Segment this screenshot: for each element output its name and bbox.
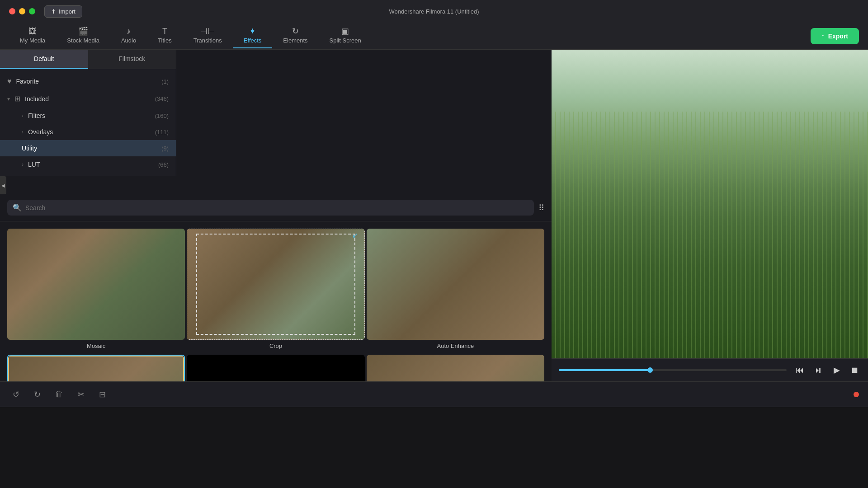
nav-label-split-screen: Split Screen xyxy=(330,37,361,44)
sidebar-label-filters: Filters xyxy=(28,112,151,119)
play-button[interactable]: ▶ xyxy=(832,363,842,377)
redo-button[interactable]: ↻ xyxy=(30,388,44,401)
left-panel: Default Filmstock ♥ Favorite (1) ▾ ⊞ Inc… xyxy=(0,50,552,381)
effect-thumb-image-mask xyxy=(187,355,364,381)
nav-item-effects[interactable]: ✦ Effects xyxy=(233,23,273,48)
heart-icon: ♥ xyxy=(7,77,12,85)
search-input[interactable] xyxy=(25,204,528,211)
nav-item-my-media[interactable]: 🖼 My Media xyxy=(9,23,56,48)
effect-border[interactable]: Border xyxy=(7,355,185,381)
effect-label-crop: Crop xyxy=(269,343,282,349)
undo-button[interactable]: ↺ xyxy=(9,388,23,401)
sidebar-label-utility: Utility xyxy=(22,145,157,152)
sidebar-label-favorite: Favorite xyxy=(16,78,157,85)
nav-items: 🖼 My Media 🎬 Stock Media ♪ Audio T Title… xyxy=(9,23,811,48)
elements-icon: ↻ xyxy=(292,27,299,35)
effect-thumb-tilt-shift-circle: ↓ xyxy=(367,355,544,381)
effect-tilt-shift-circle[interactable]: ↓ Tilt-shift Circle xyxy=(367,355,544,381)
sidebar-count-favorite: (1) xyxy=(161,78,169,85)
sidebar-collapse-button[interactable]: ◀ xyxy=(0,176,6,194)
effect-thumb-border xyxy=(8,356,184,381)
preview-controls: ⏮ ⏯ ▶ ⏹ xyxy=(552,358,868,381)
effects-grid: Mosaic ↙ Crop xyxy=(0,221,552,381)
progress-fill xyxy=(559,369,650,371)
my-media-icon: 🖼 xyxy=(28,27,37,35)
skip-back-button[interactable]: ⏮ xyxy=(794,364,806,377)
effect-auto-enhance[interactable]: Auto Enhance xyxy=(367,229,544,353)
crop-overlay: ↙ xyxy=(196,234,355,335)
sidebar-item-favorite[interactable]: ♥ Favorite (1) xyxy=(0,73,176,90)
sidebar-label-included: Included xyxy=(25,95,151,103)
sidebar-count-lut: (66) xyxy=(158,161,169,168)
effect-label-auto-enhance: Auto Enhance xyxy=(437,343,474,349)
wheat-field-bg xyxy=(552,50,868,358)
delete-button[interactable]: 🗑 xyxy=(52,388,67,401)
nav-item-transitions[interactable]: ⊣⊢ Transitions xyxy=(183,23,233,48)
sidebar-label-lut: LUT xyxy=(28,161,154,168)
cut-button[interactable]: ✂ xyxy=(74,388,88,401)
stock-media-icon: 🎬 xyxy=(78,27,88,35)
import-button[interactable]: ⬆ Import xyxy=(44,5,82,18)
sidebar-count-included: (346) xyxy=(155,95,169,102)
adjust-button[interactable]: ⊟ xyxy=(95,388,109,401)
sidebar-tab-filmstock[interactable]: Filmstock xyxy=(88,50,176,69)
sidebar: Default Filmstock ♥ Favorite (1) ▾ ⊞ Inc… xyxy=(0,50,176,176)
record-indicator xyxy=(854,392,859,397)
sidebar-items: ♥ Favorite (1) ▾ ⊞ Included (346) › Filt… xyxy=(0,69,176,176)
nav-item-titles[interactable]: T Titles xyxy=(147,23,183,48)
nav-item-audio[interactable]: ♪ Audio xyxy=(110,23,147,48)
sidebar-count-overlays: (111) xyxy=(155,129,169,136)
sidebar-tabs: Default Filmstock xyxy=(0,50,176,69)
minimize-button[interactable] xyxy=(19,8,25,14)
sidebar-item-overlays[interactable]: › Overlays (111) xyxy=(0,124,176,140)
titles-icon: T xyxy=(162,27,167,35)
nav-item-elements[interactable]: ↻ Elements xyxy=(272,23,318,48)
sidebar-tab-default[interactable]: Default xyxy=(0,50,88,69)
nav-item-split-screen[interactable]: ▣ Split Screen xyxy=(319,23,372,48)
effects-icon: ✦ xyxy=(249,27,256,35)
sidebar-count-filters: (160) xyxy=(155,113,169,119)
export-button[interactable]: ↑ Export xyxy=(811,28,859,44)
content-wrapper: Default Filmstock ♥ Favorite (1) ▾ ⊞ Inc… xyxy=(0,50,868,381)
chevron-right-icon-filters: › xyxy=(22,113,24,119)
top-nav: 🖼 My Media 🎬 Stock Media ♪ Audio T Title… xyxy=(0,23,868,50)
nav-item-stock-media[interactable]: 🎬 Stock Media xyxy=(56,23,110,48)
close-button[interactable] xyxy=(9,8,15,14)
nav-label-effects: Effects xyxy=(244,37,262,44)
progress-bar[interactable] xyxy=(559,369,787,371)
grid-icon: ⊞ xyxy=(14,94,20,103)
effect-thumb-crop: ↙ xyxy=(187,229,364,340)
preview-video xyxy=(552,50,868,358)
effects-search-bar: 🔍 ⠿ xyxy=(0,194,552,221)
sidebar-item-included[interactable]: ▾ ⊞ Included (346) xyxy=(0,90,176,108)
effect-mosaic[interactable]: Mosaic xyxy=(7,229,185,353)
window-title: Wondershare Filmora 11 (Untitled) xyxy=(389,8,479,15)
stop-button[interactable]: ⏹ xyxy=(849,364,861,377)
thumb-imgmask-bg xyxy=(187,355,364,381)
wheat-stalks xyxy=(552,112,868,358)
import-icon: ⬆ xyxy=(51,8,56,15)
search-input-wrapper: 🔍 xyxy=(7,200,534,216)
effect-crop[interactable]: ↙ Crop xyxy=(187,229,364,353)
split-screen-icon: ▣ xyxy=(341,27,349,35)
nav-label-stock-media: Stock Media xyxy=(67,37,99,44)
title-bar: ⬆ Import Wondershare Filmora 11 (Untitle… xyxy=(0,0,868,23)
effect-thumb-auto-enhance xyxy=(367,229,544,340)
transitions-icon: ⊣⊢ xyxy=(200,27,215,35)
sidebar-item-lut[interactable]: › LUT (66) xyxy=(0,156,176,173)
sidebar-item-utility[interactable]: Utility (9) xyxy=(0,140,176,156)
nav-label-titles: Titles xyxy=(158,37,172,44)
effect-thumb-mosaic xyxy=(7,229,185,340)
effect-image-mask[interactable]: Image Mask xyxy=(187,355,364,381)
timeline-area xyxy=(0,407,868,488)
bottom-toolbar: ↺ ↻ 🗑 ✂ ⊟ xyxy=(0,381,868,407)
nav-label-my-media: My Media xyxy=(20,37,45,44)
maximize-button[interactable] xyxy=(29,8,35,14)
play-pause-button[interactable]: ⏯ xyxy=(813,364,825,377)
sidebar-item-filters[interactable]: › Filters (160) xyxy=(0,108,176,124)
sidebar-count-utility: (9) xyxy=(161,145,169,152)
progress-thumb xyxy=(647,367,653,373)
grid-toggle-icon[interactable]: ⠿ xyxy=(538,203,544,213)
effect-label-mosaic: Mosaic xyxy=(87,343,105,349)
audio-icon: ♪ xyxy=(127,27,131,35)
